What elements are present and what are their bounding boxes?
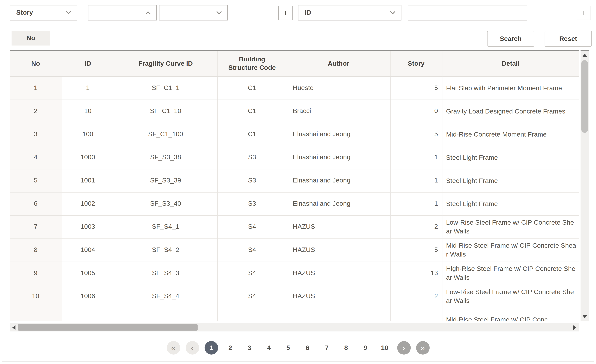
prev-page-button[interactable]: ‹ bbox=[185, 341, 199, 355]
first-page-button[interactable]: « bbox=[167, 341, 180, 355]
table-row[interactable]: 4 1000 SF_S3_38 S3 Elnashai and Jeong 1 … bbox=[10, 146, 579, 169]
pagination-page-9[interactable]: 9 bbox=[358, 341, 372, 355]
search-column-select[interactable]: ID bbox=[298, 5, 402, 21]
table-body: 1 1 SF_C1_1 C1 Hueste 5 Flat Slab with P… bbox=[10, 76, 579, 321]
cell-story: 5 bbox=[390, 239, 442, 262]
cell-detail: Mid-Rise Steel Frame w/ CIP Conc bbox=[442, 308, 579, 321]
cell-author: HAZUS bbox=[287, 239, 390, 262]
pagination-page-1[interactable]: 1 bbox=[204, 341, 218, 355]
table-row[interactable]: 9 1005 SF_S4_3 S4 HAZUS 13 High-Rise Ste… bbox=[10, 262, 579, 285]
table-row[interactable]: 8 1004 SF_S4_2 S4 HAZUS 5 Mid-Rise Steel… bbox=[10, 239, 579, 262]
cell-author: HAZUS bbox=[287, 285, 390, 308]
filter-chip-label: No bbox=[27, 34, 35, 42]
table-row-partial[interactable]: Mid-Rise Steel Frame w/ CIP Conc bbox=[10, 308, 579, 321]
table-row[interactable]: 3 100 SF_C1_100 C1 Elnashai and Jeong 5 … bbox=[10, 123, 579, 146]
reset-button[interactable]: Reset bbox=[545, 31, 592, 47]
cell-building-structure-code: S4 bbox=[217, 285, 287, 308]
table-header-row: No ID Fragility Curve ID Building Struct… bbox=[10, 51, 579, 76]
cell-no: 10 bbox=[10, 285, 62, 308]
table-row[interactable]: 1 1 SF_C1_1 C1 Hueste 5 Flat Slab with P… bbox=[10, 76, 579, 100]
horizontal-scroll-thumb[interactable] bbox=[18, 324, 198, 331]
cell-id: 100 bbox=[62, 123, 114, 146]
pagination-page-4[interactable]: 4 bbox=[262, 341, 276, 355]
cell-fragility-curve-id bbox=[114, 308, 217, 321]
cell-no: 3 bbox=[10, 123, 62, 146]
cell-author: HAZUS bbox=[287, 262, 390, 285]
column-header-story: Story bbox=[390, 51, 442, 76]
filter-range-to-select[interactable] bbox=[159, 5, 228, 21]
search-keyword-input[interactable] bbox=[408, 5, 527, 21]
cell-fragility-curve-id: SF_C1_100 bbox=[114, 123, 217, 146]
cell-author: Elnashai and Jeong bbox=[287, 123, 390, 146]
next-page-button[interactable]: › bbox=[397, 341, 411, 355]
cell-fragility-curve-id: SF_S3_40 bbox=[114, 192, 217, 215]
cell-fragility-curve-id: SF_S4_3 bbox=[114, 262, 217, 285]
horizontal-scrollbar[interactable] bbox=[10, 323, 579, 331]
cell-no: 7 bbox=[10, 215, 62, 239]
cell-detail: Gravity Load Designed Concrete Frames bbox=[442, 100, 579, 123]
pagination-page-6[interactable]: 6 bbox=[300, 341, 314, 355]
cell-story: 2 bbox=[390, 285, 442, 308]
scroll-right-arrow-icon[interactable] bbox=[573, 325, 576, 330]
cell-id: 1002 bbox=[62, 192, 114, 215]
cell-story: 1 bbox=[390, 192, 442, 215]
pagination-page-8[interactable]: 8 bbox=[339, 341, 353, 355]
pagination-page-5[interactable]: 5 bbox=[281, 341, 295, 355]
pagination-page-10[interactable]: 10 bbox=[378, 341, 392, 355]
cell-author: Bracci bbox=[287, 100, 390, 123]
filter-range-from-select[interactable] bbox=[88, 5, 157, 21]
cell-building-structure-code: S4 bbox=[217, 262, 287, 285]
cell-story: 2 bbox=[390, 215, 442, 239]
last-page-button[interactable]: » bbox=[416, 341, 430, 355]
cell-fragility-curve-id: SF_S3_38 bbox=[114, 146, 217, 169]
column-header-detail: Detail bbox=[442, 51, 579, 76]
table-row[interactable]: 6 1002 SF_S3_40 S3 Elnashai and Jeong 1 … bbox=[10, 192, 579, 215]
cell-author: HAZUS bbox=[287, 215, 390, 239]
cell-detail: Mid-Rise Steel Frame w/ CIP Concrete She… bbox=[442, 239, 579, 262]
cell-no: 6 bbox=[10, 192, 62, 215]
search-button-label: Search bbox=[500, 35, 522, 43]
chevron-up-icon bbox=[145, 11, 151, 15]
active-filter-chip-no[interactable]: No bbox=[12, 31, 50, 46]
cell-detail: Mid-Rise Concrete Moment Frame bbox=[442, 123, 579, 146]
plus-icon: + bbox=[283, 9, 288, 17]
cell-fragility-curve-id: SF_C1_10 bbox=[114, 100, 217, 123]
search-button[interactable]: Search bbox=[487, 31, 534, 47]
pagination-page-7[interactable]: 7 bbox=[320, 341, 334, 355]
scroll-up-arrow-icon[interactable] bbox=[582, 54, 587, 57]
table-row[interactable]: 5 1001 SF_S3_39 S3 Elnashai and Jeong 1 … bbox=[10, 169, 579, 192]
cell-detail: Steel Light Frame bbox=[442, 169, 579, 192]
cell-no: 2 bbox=[10, 100, 62, 123]
column-header-id: ID bbox=[62, 51, 114, 76]
cell-fragility-curve-id: SF_S4_1 bbox=[114, 215, 217, 239]
add-search-condition-button[interactable]: + bbox=[577, 6, 591, 20]
table-row[interactable]: 10 1006 SF_S4_4 S4 HAZUS 2 Low-Rise Stee… bbox=[10, 285, 579, 308]
cell-detail: Flat Slab with Perimeter Moment Frame bbox=[442, 76, 579, 100]
cell-author: Elnashai and Jeong bbox=[287, 146, 390, 169]
chevron-down-icon bbox=[390, 11, 396, 15]
table-row[interactable]: 2 10 SF_C1_10 C1 Bracci 0 Gravity Load D… bbox=[10, 100, 579, 123]
cell-no bbox=[10, 308, 62, 321]
cell-building-structure-code: S3 bbox=[217, 192, 287, 215]
cell-building-structure-code bbox=[217, 308, 287, 321]
cell-story bbox=[390, 308, 442, 321]
add-filter-button[interactable]: + bbox=[278, 6, 292, 20]
cell-id: 1005 bbox=[62, 262, 114, 285]
bottom-divider bbox=[2, 361, 594, 362]
vertical-scrollbar[interactable] bbox=[581, 50, 589, 321]
scroll-down-arrow-icon[interactable] bbox=[582, 315, 587, 318]
table-row[interactable]: 7 1003 SF_S4_1 S4 HAZUS 2 Low-Rise Steel… bbox=[10, 215, 579, 239]
scroll-left-arrow-icon[interactable] bbox=[12, 325, 15, 330]
cell-fragility-curve-id: SF_C1_1 bbox=[114, 76, 217, 100]
cell-detail: High-Rise Steel Frame w/ CIP Concrete Sh… bbox=[442, 262, 579, 285]
filter-column-select[interactable]: Story bbox=[10, 5, 77, 21]
cell-no: 8 bbox=[10, 239, 62, 262]
cell-fragility-curve-id: SF_S3_39 bbox=[114, 169, 217, 192]
cell-id: 10 bbox=[62, 100, 114, 123]
cell-detail: Steel Light Frame bbox=[442, 192, 579, 215]
pagination-page-3[interactable]: 3 bbox=[243, 341, 256, 355]
pagination-page-2[interactable]: 2 bbox=[223, 341, 237, 355]
vertical-scroll-thumb[interactable] bbox=[581, 60, 588, 133]
cell-author: Elnashai and Jeong bbox=[287, 192, 390, 215]
reset-button-label: Reset bbox=[559, 35, 577, 43]
